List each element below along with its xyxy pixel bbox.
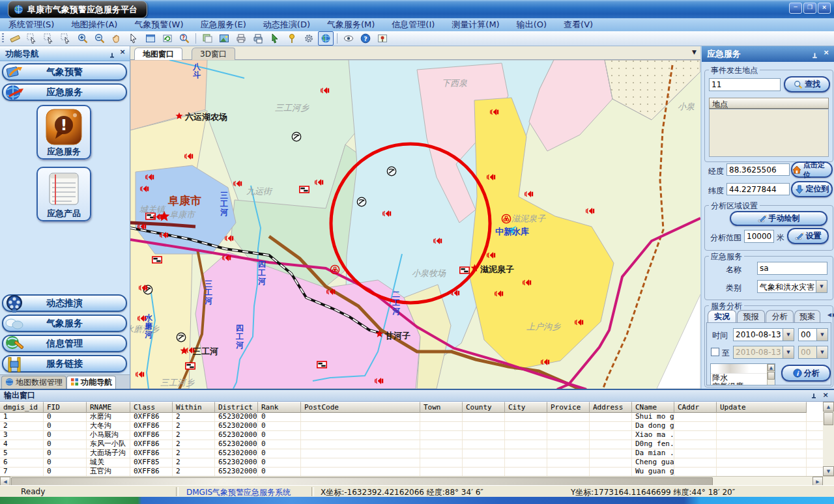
mine-marker[interactable] <box>387 167 396 176</box>
pin-icon[interactable] <box>811 49 818 65</box>
panel-tab-地图数据管理[interactable]: 地图数据管理 <box>1 376 66 389</box>
map-canvas[interactable]: 三工河乡下西泉九运街城关镇阜康市滋泥泉子小泉牧场上户沟乡水磨沟乡三工河乡小泉六运… <box>130 60 700 389</box>
table-row[interactable]: 10水磨沟0XFF8626523020000Shui mo gou <box>0 413 823 422</box>
column-header-CAddr[interactable]: CAddr <box>674 402 717 413</box>
latitude-input[interactable] <box>726 183 790 195</box>
menu-item[interactable]: 气象服务(M) <box>319 18 383 31</box>
big-button-应急产品[interactable]: 应急产品 <box>36 167 91 221</box>
group-button-气象预警[interactable]: 气象预警 <box>2 63 127 81</box>
range-input[interactable] <box>744 230 774 243</box>
location-search-input[interactable] <box>709 78 781 91</box>
big-button-应急服务[interactable]: !应急服务 <box>36 105 91 160</box>
settings-icon[interactable] <box>301 31 317 46</box>
pan-icon[interactable] <box>109 31 124 46</box>
menu-item[interactable]: 输出(O) <box>508 18 555 31</box>
column-header-Update[interactable]: Update <box>717 402 807 413</box>
column-header-County[interactable]: County <box>463 402 505 413</box>
print-preview-icon[interactable] <box>250 31 266 46</box>
mine-marker[interactable] <box>292 132 301 141</box>
menu-item[interactable]: 动态推演(D) <box>255 18 319 31</box>
column-header-Town[interactable]: Town <box>420 402 463 413</box>
table-row[interactable]: 20大冬沟0XFF8626523020000Da dong gou <box>0 422 823 431</box>
zoom-out-icon[interactable] <box>92 31 108 46</box>
pin-icon[interactable] <box>109 49 115 64</box>
overview-icon[interactable] <box>375 31 390 46</box>
longitude-input[interactable] <box>726 163 790 176</box>
close-icon[interactable]: × <box>821 391 830 400</box>
column-header-Class[interactable]: Class <box>130 402 173 413</box>
flag-marker[interactable] <box>460 267 469 273</box>
layers-icon[interactable] <box>199 31 215 46</box>
export-image-icon[interactable] <box>216 31 232 46</box>
globe-icon[interactable] <box>318 31 334 46</box>
column-header-RNAME[interactable]: RNAME <box>87 402 130 413</box>
pointer-icon[interactable] <box>126 31 141 46</box>
group-button-应急服务[interactable]: 应急服务 <box>2 83 127 101</box>
zoom-in-icon[interactable] <box>75 31 91 46</box>
scroll-down-icon[interactable]: ▼ <box>823 466 834 476</box>
close-icon[interactable]: × <box>822 48 831 57</box>
print-icon[interactable] <box>233 31 249 46</box>
analysis-tab-预案[interactable]: 预案 <box>794 310 820 322</box>
identify-icon[interactable]: ? <box>177 31 192 46</box>
placemark-icon[interactable] <box>284 31 300 46</box>
column-header-Within[interactable]: Within <box>173 402 215 413</box>
analysis-tab-预报[interactable]: 预报 <box>737 310 765 322</box>
flag-marker[interactable] <box>152 257 162 263</box>
location-list-header[interactable]: 地点 <box>709 98 829 109</box>
table-row[interactable]: 70五官沟0XFF8626523020000Wu guan gou <box>0 468 823 476</box>
menu-item[interactable]: 系统管理(S) <box>0 18 63 31</box>
table-row[interactable]: 50大面场子沟0XFF8626523020000Da mian ... <box>0 449 823 458</box>
group-button-气象服务[interactable]: 气象服务 <box>2 315 127 332</box>
attribute-table[interactable]: dmgis_idFIDRNAMEClassWithinDistrictRankP… <box>0 402 823 476</box>
analysis-tab-分析[interactable]: 分析 <box>766 310 794 322</box>
column-header-CName[interactable]: CName <box>632 402 674 413</box>
column-header-Rank[interactable]: Rank <box>258 402 301 413</box>
set-button[interactable]: 设置 <box>787 228 829 244</box>
full-extent-icon[interactable] <box>143 31 158 46</box>
table-row[interactable]: 30小马厩沟0XFF8626523020000Xiao ma ... <box>0 431 823 440</box>
chevron-down-icon[interactable]: ▼ <box>816 281 827 292</box>
element-list[interactable]: 降水空气温度 ▲ <box>710 363 775 385</box>
column-header-PostCode[interactable]: PostCode <box>301 402 420 413</box>
flag-marker[interactable] <box>317 361 326 368</box>
to-checkbox[interactable] <box>711 348 719 356</box>
mine-marker[interactable] <box>357 197 366 206</box>
select-rect-icon[interactable] <box>41 31 57 46</box>
toolbar-grip[interactable] <box>2 33 4 44</box>
restore-button[interactable]: ❐ <box>803 3 816 14</box>
visibility-icon[interactable] <box>341 31 356 46</box>
group-button-信息管理[interactable]: 信息管理 <box>2 335 127 352</box>
column-header-City[interactable]: City <box>505 402 547 413</box>
tab-scroll-left-icon[interactable]: ◀ <box>827 312 831 318</box>
select-icon[interactable] <box>24 31 40 46</box>
panel-tab-功能导航[interactable]: 功能导航 <box>66 376 116 389</box>
help-icon[interactable]: ? <box>358 31 373 46</box>
column-header-Address[interactable]: Address <box>590 402 632 413</box>
menu-item[interactable]: 查看(V) <box>555 18 601 31</box>
table-row[interactable]: 60城关0XFF8526523020000Cheng guan <box>0 458 823 468</box>
scroll-up-icon[interactable]: ▲ <box>823 402 834 412</box>
close-icon[interactable]: × <box>118 48 127 57</box>
chevron-down-icon[interactable]: ▼ <box>692 49 697 55</box>
map-tab-3D窗口[interactable]: 3D窗口 <box>192 48 235 61</box>
list-item[interactable]: 空气温度 <box>711 382 775 385</box>
table-vscrollbar[interactable]: ▲ ▼ <box>823 402 834 476</box>
scroll-up-icon[interactable]: ▲ <box>768 364 775 371</box>
snap-arrow-icon[interactable] <box>267 31 283 46</box>
column-header-FID[interactable]: FID <box>44 402 87 413</box>
service-name-input[interactable] <box>757 262 827 275</box>
type-select[interactable]: 气象和洪水灾害▼ <box>757 280 827 293</box>
menu-item[interactable]: 应急服务(E) <box>192 18 254 31</box>
minimize-button[interactable]: ─ <box>789 3 802 14</box>
column-header-District[interactable]: District <box>215 402 258 413</box>
manual-draw-button[interactable]: 手动绘制 <box>730 211 827 226</box>
column-header-Provice[interactable]: Provice <box>547 402 590 413</box>
hour-select[interactable]: 00▼ <box>798 328 828 341</box>
map-tab-地图窗口[interactable]: 地图窗口 <box>134 48 182 61</box>
group-button-动态推演[interactable]: 动态推演 <box>2 294 127 312</box>
search-button[interactable]: 查找 <box>784 76 830 92</box>
table-row[interactable]: 40东风一小队0XFF8626523020000D0ng fen... <box>0 440 823 449</box>
date-select[interactable]: 2010-08-13▼ <box>733 328 794 341</box>
group-button-服务链接[interactable]: 服务链接 <box>2 355 127 372</box>
